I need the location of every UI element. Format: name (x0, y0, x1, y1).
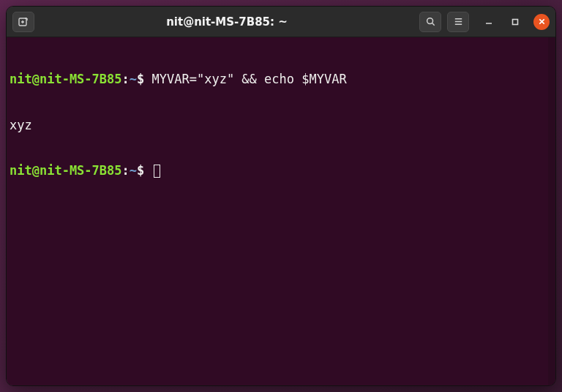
terminal-line-2: nit@nit-MS-7B85:~$ (10, 163, 552, 178)
new-tab-button[interactable] (12, 12, 34, 32)
window-title: nit@nit-MS-7B85: ~ (40, 15, 413, 29)
search-icon (425, 16, 436, 27)
minimize-button[interactable] (481, 14, 497, 30)
prompt-symbol: $ (137, 163, 144, 178)
maximize-icon (511, 18, 520, 26)
cursor (154, 165, 160, 178)
terminal-body[interactable]: nit@nit-MS-7B85:~$ MYVAR="xyz" && echo $… (7, 37, 555, 385)
scrollbar[interactable] (548, 37, 555, 385)
prompt-path: ~ (130, 72, 137, 86)
svg-line-6 (432, 23, 434, 26)
hamburger-icon (453, 16, 464, 27)
svg-point-5 (427, 18, 432, 24)
terminal-line-1: nit@nit-MS-7B85:~$ MYVAR="xyz" && echo $… (10, 72, 552, 87)
terminal-window: nit@nit-MS-7B85: ~ (6, 6, 556, 386)
search-button[interactable] (419, 12, 441, 32)
prompt-separator: : (122, 163, 130, 178)
prompt-path: ~ (130, 163, 137, 178)
titlebar: nit@nit-MS-7B85: ~ (7, 7, 555, 37)
command-text: MYVAR="xyz" && echo $MYVAR (152, 72, 347, 86)
minimize-icon (484, 18, 493, 26)
prompt-symbol: $ (137, 72, 144, 86)
prompt-user-host: nit@nit-MS-7B85 (10, 163, 122, 178)
close-button[interactable] (533, 14, 550, 30)
prompt-separator: : (122, 72, 130, 86)
window-controls (481, 14, 550, 30)
maximize-button[interactable] (507, 14, 523, 30)
menu-button[interactable] (447, 12, 469, 32)
svg-rect-11 (513, 19, 518, 24)
new-tab-icon (18, 16, 29, 28)
prompt-user-host: nit@nit-MS-7B85 (10, 72, 122, 86)
close-icon (538, 18, 546, 26)
terminal-output-1: xyz (10, 118, 552, 133)
